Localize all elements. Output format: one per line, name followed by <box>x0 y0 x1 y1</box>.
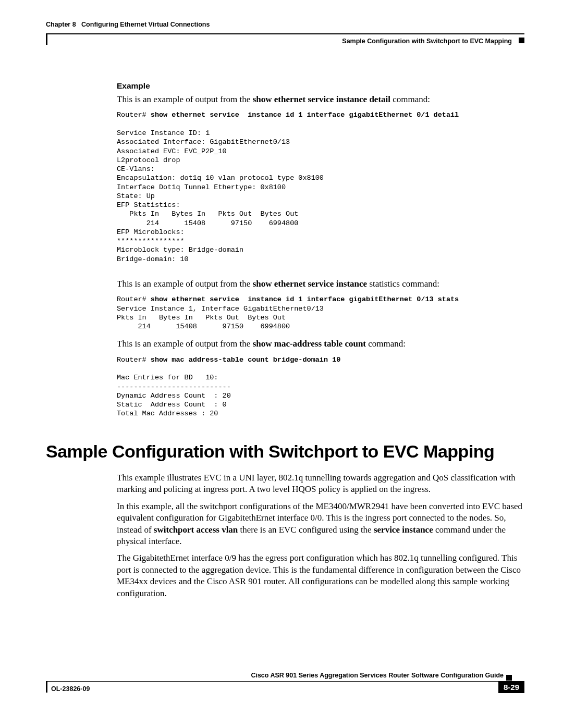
code-block-2: Router# show ethernet service instance i… <box>117 295 524 331</box>
header-rule <box>46 33 524 34</box>
footer-left-bar <box>46 681 47 693</box>
footer-doc-id: OL-23826-09 <box>51 685 90 693</box>
section-body: This example illustrates EVC in a UNI la… <box>117 472 524 599</box>
header-left-bar <box>46 33 47 45</box>
footer-book-title: Cisco ASR 901 Series Aggregation Service… <box>251 672 504 679</box>
code-block-3: Router# show mac address-table count bri… <box>117 355 524 418</box>
example-intro-2: This is an example of output from the sh… <box>117 278 524 290</box>
example-heading: Example <box>117 81 524 91</box>
section-p1: This example illustrates EVC in a UNI la… <box>117 472 524 496</box>
page-header: Chapter 8 Configuring Ethernet Virtual C… <box>46 17 524 43</box>
header-square-icon <box>519 38 524 43</box>
section-p2: In this example, all the switchport conf… <box>117 501 524 548</box>
code-block-1: Router# show ethernet service instance i… <box>117 110 524 264</box>
header-chapter: Chapter 8 Configuring Ethernet Virtual C… <box>46 21 210 28</box>
example-intro-1: This is an example of output from the sh… <box>117 94 524 105</box>
content-block: Example This is an example of output fro… <box>117 81 524 418</box>
page-footer: Cisco ASR 901 Series Aggregation Service… <box>46 681 524 702</box>
footer-rule <box>46 681 524 682</box>
header-section: Sample Configuration with Switchport to … <box>342 38 512 45</box>
example-intro-3: This is an example of output from the sh… <box>117 338 524 350</box>
footer-square-icon <box>506 675 512 681</box>
section-p3: The GigabitethErnet interface 0/9 has th… <box>117 552 524 599</box>
footer-page-number: 8-29 <box>498 681 524 693</box>
chapter-title: Configuring Ethernet Virtual Connections <box>81 21 210 28</box>
chapter-number: Chapter 8 <box>46 21 76 28</box>
section-title: Sample Configuration with Switchport to … <box>46 441 524 462</box>
